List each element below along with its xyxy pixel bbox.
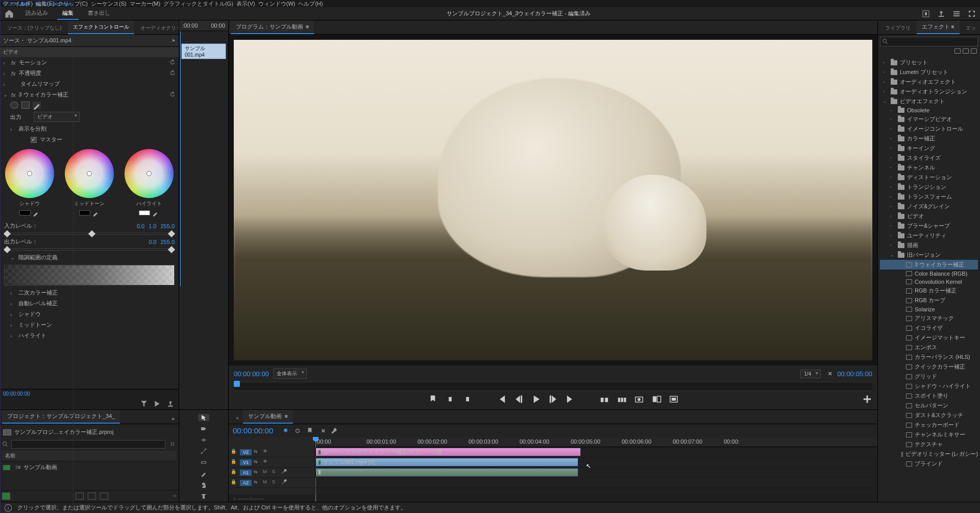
audio-clip[interactable]: ▮ — [315, 468, 578, 477]
effect-item[interactable]: カラーバランス (HLS) — [880, 352, 978, 362]
folder-item[interactable]: ›Lumetri プリセット — [880, 67, 978, 77]
icon-view-icon[interactable] — [88, 493, 96, 500]
goto-out-button[interactable] — [566, 394, 576, 404]
fx-type-icon[interactable] — [963, 48, 969, 54]
reset-icon[interactable] — [169, 59, 176, 66]
effect-item[interactable]: シャドウ・ハイライト — [880, 381, 978, 391]
tab-effects[interactable]: エフェクト ≡ — [917, 20, 960, 34]
output-dropdown[interactable]: ビデオ — [34, 112, 80, 122]
add-button[interactable] — [862, 394, 872, 404]
clip-tag[interactable]: サンプル001.mp4 — [181, 43, 226, 59]
clip-link[interactable]: サンプル動画・サンプル001.mp4 — [0, 20, 74, 409]
folder-item[interactable]: ›オーディオトランジション — [880, 87, 978, 96]
tab-essential[interactable]: エッ — [961, 22, 980, 34]
midtone-swatch[interactable] — [79, 210, 90, 215]
folder-item[interactable]: ›トランジション — [880, 182, 978, 192]
timeline-ruler[interactable]: :00:0000:00:01:0000:00:02:0000:00:03:000… — [315, 437, 877, 447]
menu-item[interactable]: シーケンス(S) — [91, 0, 127, 8]
effect-item[interactable]: Color Balance (RGB) — [880, 270, 978, 278]
effect-item[interactable]: ダスト&スクラッチ — [880, 410, 978, 420]
effect-item[interactable]: Solarize — [880, 305, 978, 313]
menu-item[interactable]: ウィンドウ(W) — [258, 0, 296, 8]
program-tc-left[interactable]: 00:00:00:00 — [234, 370, 269, 378]
video-clip[interactable]: ▮ サンプル001.mp4 [V] — [315, 458, 578, 467]
link-icon[interactable] — [293, 427, 302, 435]
effect-item[interactable]: チェッカーボード — [880, 420, 978, 430]
mark-out-button[interactable] — [462, 394, 473, 404]
fx-type-icon[interactable] — [954, 48, 961, 54]
mark-in-button[interactable] — [445, 394, 455, 404]
freeform-icon[interactable] — [100, 493, 108, 500]
effect-item[interactable]: クイックカラー補正 — [880, 362, 978, 372]
folder-item[interactable]: ›トランスフォーム — [880, 192, 978, 202]
goto-in-button[interactable] — [496, 394, 506, 404]
track-select-tool[interactable] — [198, 425, 209, 432]
marker-icon[interactable] — [306, 427, 314, 435]
timeline-tracks[interactable]: :00:0000:00:01:0000:00:02:0000:00:03:000… — [315, 437, 877, 495]
effect-item[interactable]: エンボス — [880, 343, 978, 352]
folder-item[interactable]: ›カラー補正 — [880, 134, 978, 143]
filter-icon[interactable] — [140, 400, 148, 408]
master-checkbox[interactable] — [31, 137, 37, 143]
tab-program[interactable]: プログラム：サンプル動画 ≡ — [231, 20, 314, 34]
export-frame-button[interactable] — [634, 394, 644, 404]
filter-icon[interactable]: ⁝⁝ — [168, 441, 177, 449]
effect-item[interactable]: チャンネルミキサー — [880, 430, 978, 439]
folder-item[interactable]: ›チャンネル — [880, 163, 978, 173]
folder-item[interactable]: ›ブラー&シャープ — [880, 221, 978, 231]
effect-item[interactable]: イメージマットキー — [880, 333, 978, 343]
effect-item[interactable]: アリスマチック — [880, 313, 978, 323]
track-header[interactable]: 🔒A1⇋MS🎤 — [229, 468, 315, 478]
tonal-range-strip[interactable] — [4, 265, 175, 285]
play-icon[interactable] — [153, 400, 161, 408]
ripple-tool[interactable] — [198, 436, 209, 444]
folder-item[interactable]: ›ビデオ — [880, 211, 978, 221]
menu-item[interactable]: 表示(V) — [236, 0, 255, 8]
effect-item[interactable]: Convolution Kernel — [880, 278, 978, 286]
folder-item[interactable]: ⌄旧バージョン — [880, 250, 978, 260]
fx-type-icon[interactable] — [971, 48, 977, 54]
highlight-wheel[interactable] — [125, 149, 174, 198]
share-icon[interactable] — [937, 10, 945, 18]
step-fwd-button[interactable] — [548, 394, 558, 404]
workspace-menu-icon[interactable] — [952, 10, 961, 18]
export-icon[interactable] — [166, 400, 175, 408]
snap-icon[interactable]: ✱ — [281, 427, 289, 435]
settings-icon[interactable] — [318, 427, 326, 435]
tab-library[interactable]: ライブラリ — [880, 22, 916, 34]
wrench-icon[interactable] — [330, 427, 338, 435]
folder-item[interactable]: ›ユーティリティ — [880, 231, 978, 240]
menubar[interactable]: ファイル(F)編集(E)クリップ(C)シーケンス(S)マーカー(M)グラフィック… — [0, 0, 980, 7]
menu-item[interactable]: ヘルプ(H) — [298, 0, 323, 8]
folder-item[interactable]: ›描画 — [880, 240, 978, 250]
maximize-icon[interactable] — [968, 10, 976, 18]
effect-item[interactable]: グリッド — [880, 372, 978, 381]
compare-button[interactable] — [651, 394, 662, 404]
tab-effect-controls[interactable]: エフェクトコントロール — [68, 21, 134, 34]
effect-item[interactable]: スポイト塗り — [880, 391, 978, 401]
pen-tool[interactable] — [198, 470, 209, 477]
workspace-tab[interactable]: 書き出し — [83, 7, 115, 20]
program-viewer[interactable] — [229, 35, 877, 365]
eyedropper-icon[interactable] — [92, 209, 100, 216]
shadow-wheel[interactable] — [5, 149, 54, 198]
effect-playhead[interactable] — [180, 31, 181, 286]
track-header[interactable]: 🔒V1⇋👁 — [229, 457, 315, 468]
track-header[interactable]: 🔒A2⇋MS🎤 — [229, 478, 315, 488]
midtone-wheel[interactable] — [65, 149, 114, 198]
add-marker-button[interactable] — [428, 394, 438, 404]
effect-item[interactable]: テクスチャ — [880, 439, 978, 449]
step-back-button[interactable] — [513, 394, 524, 404]
menu-item[interactable]: グラフィックとタイトル(G) — [163, 0, 233, 8]
folder-item[interactable]: ›オーディオエフェクト — [880, 77, 978, 87]
list-view-icon[interactable] — [76, 493, 84, 500]
eyedropper-icon[interactable] — [152, 209, 159, 216]
razor-tool[interactable] — [198, 448, 209, 455]
lift-button[interactable] — [599, 394, 609, 404]
play-button[interactable] — [531, 394, 541, 404]
zoom-fit-dropdown[interactable]: 全体表示 — [273, 369, 307, 379]
hand-tool[interactable] — [198, 481, 209, 488]
effects-search-input[interactable] — [880, 37, 978, 46]
effect-item[interactable]: イコライザ — [880, 323, 978, 333]
effect-item[interactable]: RGB カラー補正 — [880, 286, 978, 296]
